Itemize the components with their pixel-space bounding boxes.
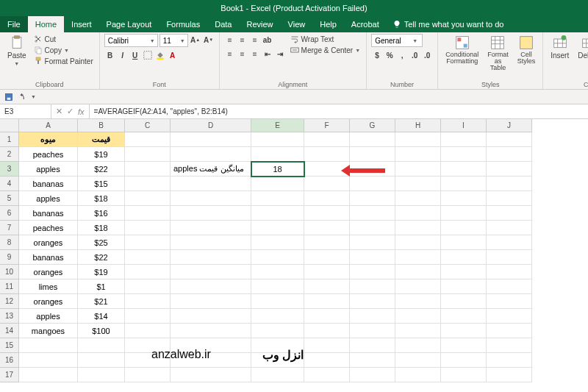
- cell[interactable]: میانگین قیمت apples: [171, 162, 251, 177]
- cell[interactable]: $18: [78, 221, 125, 235]
- row-header[interactable]: 9: [0, 250, 19, 265]
- cell[interactable]: [171, 265, 251, 279]
- cell[interactable]: [251, 132, 304, 147]
- cell[interactable]: [441, 324, 487, 338]
- decrease-decimal-button[interactable]: .0: [421, 49, 433, 61]
- cell[interactable]: apples: [19, 309, 78, 324]
- tab-home[interactable]: Home: [28, 16, 64, 32]
- select-all-corner[interactable]: [0, 119, 19, 132]
- row-header[interactable]: 12: [0, 294, 19, 309]
- cell[interactable]: [350, 177, 395, 191]
- cell[interactable]: میوه: [19, 132, 78, 147]
- cell[interactable]: [441, 279, 487, 294]
- cell[interactable]: 18: [251, 162, 304, 177]
- cell[interactable]: [304, 309, 350, 324]
- cell[interactable]: [304, 279, 350, 294]
- cell[interactable]: [487, 250, 532, 265]
- cut-button[interactable]: Cut: [32, 34, 95, 44]
- cell[interactable]: [304, 177, 350, 191]
- font-name-select[interactable]: ▼: [104, 34, 158, 47]
- cell[interactable]: bananas: [19, 250, 78, 265]
- cell[interactable]: [171, 324, 251, 338]
- column-header[interactable]: F: [304, 119, 350, 132]
- cell[interactable]: [304, 191, 350, 206]
- cell[interactable]: [251, 309, 304, 324]
- cell[interactable]: [441, 132, 487, 147]
- cell[interactable]: [125, 191, 171, 206]
- tell-me-search[interactable]: Tell me what you want to do: [387, 16, 510, 32]
- cell[interactable]: [125, 279, 171, 294]
- align-bottom-button[interactable]: ≡: [249, 34, 261, 46]
- column-header[interactable]: A: [19, 119, 78, 132]
- cell[interactable]: [304, 250, 350, 265]
- cell[interactable]: [125, 221, 171, 235]
- cell[interactable]: peaches: [19, 147, 78, 162]
- row-header[interactable]: 4: [0, 177, 19, 191]
- cell[interactable]: [125, 250, 171, 265]
- cell[interactable]: [441, 353, 487, 368]
- cell[interactable]: bananas: [19, 177, 78, 191]
- tab-formulas[interactable]: Formulas: [159, 16, 207, 32]
- cell[interactable]: [304, 221, 350, 235]
- cell[interactable]: [350, 191, 395, 206]
- cell[interactable]: $25: [78, 235, 125, 250]
- tab-insert[interactable]: Insert: [64, 16, 99, 32]
- cell[interactable]: [125, 206, 171, 221]
- font-size-select[interactable]: ▼: [159, 34, 188, 47]
- cell[interactable]: $16: [78, 206, 125, 221]
- cell[interactable]: [441, 221, 487, 235]
- cell[interactable]: [171, 191, 251, 206]
- cell[interactable]: [487, 368, 532, 382]
- cell[interactable]: bananas: [19, 206, 78, 221]
- cell[interactable]: [350, 338, 395, 353]
- cell[interactable]: [487, 177, 532, 191]
- cell[interactable]: [441, 191, 487, 206]
- align-center-button[interactable]: ≡: [237, 48, 248, 60]
- cell[interactable]: [350, 294, 395, 309]
- column-header[interactable]: B: [78, 119, 125, 132]
- decrease-font-button[interactable]: A▼: [203, 34, 215, 46]
- cell[interactable]: [171, 309, 251, 324]
- cell[interactable]: [304, 353, 350, 368]
- cell[interactable]: [304, 338, 350, 353]
- align-left-button[interactable]: ≡: [224, 48, 236, 60]
- cell[interactable]: [395, 265, 441, 279]
- cell[interactable]: [304, 147, 350, 162]
- cell[interactable]: [171, 221, 251, 235]
- cell[interactable]: [395, 177, 441, 191]
- cell[interactable]: [441, 177, 487, 191]
- row-header[interactable]: 14: [0, 324, 19, 338]
- cell[interactable]: [350, 235, 395, 250]
- cell[interactable]: [441, 250, 487, 265]
- cell[interactable]: [171, 177, 251, 191]
- tab-data[interactable]: Data: [207, 16, 239, 32]
- cell[interactable]: [19, 353, 78, 368]
- row-header[interactable]: 16: [0, 353, 19, 368]
- cell[interactable]: [304, 324, 350, 338]
- tab-review[interactable]: Review: [239, 16, 280, 32]
- cell[interactable]: [395, 162, 441, 177]
- cell[interactable]: [487, 265, 532, 279]
- cell[interactable]: [350, 279, 395, 294]
- row-header[interactable]: 2: [0, 147, 19, 162]
- cell[interactable]: $22: [78, 250, 125, 265]
- row-header[interactable]: 5: [0, 191, 19, 206]
- merge-center-button[interactable]: Merge & Center▼: [289, 45, 362, 55]
- save-icon[interactable]: [4, 93, 13, 101]
- cell[interactable]: oranges: [19, 235, 78, 250]
- cell[interactable]: [125, 162, 171, 177]
- cell[interactable]: [395, 132, 441, 147]
- cell[interactable]: $1: [78, 279, 125, 294]
- increase-indent-button[interactable]: ⇥: [274, 48, 286, 60]
- align-top-button[interactable]: ≡: [224, 34, 236, 46]
- cell[interactable]: $14: [78, 309, 125, 324]
- column-header[interactable]: G: [350, 119, 395, 132]
- format-painter-button[interactable]: Format Painter: [32, 56, 95, 66]
- currency-button[interactable]: $: [371, 49, 383, 61]
- cell[interactable]: [125, 368, 171, 382]
- cell[interactable]: apples: [19, 162, 78, 177]
- cell[interactable]: [395, 206, 441, 221]
- cell[interactable]: [125, 324, 171, 338]
- cell[interactable]: $19: [78, 265, 125, 279]
- cell[interactable]: [487, 324, 532, 338]
